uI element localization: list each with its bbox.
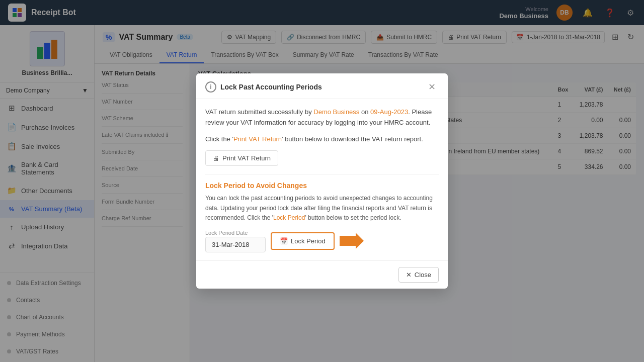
- modal-overlay: i Lock Past Accounting Periods ✕ VAT ret…: [0, 0, 644, 362]
- modal-header: i Lock Past Accounting Periods ✕: [196, 73, 448, 99]
- lock-date-container: Lock Period Date 31-Mar-2018: [205, 230, 266, 252]
- modal-close-footer-button[interactable]: ✕ Close: [398, 267, 439, 283]
- app-container: Receipt Bot Welcome Demo Business DB 🔔 ❓…: [0, 0, 644, 362]
- lock-period-button[interactable]: 📅 Lock Period: [271, 232, 335, 250]
- lock-period-modal: i Lock Past Accounting Periods ✕ VAT ret…: [196, 73, 448, 289]
- svg-marker-7: [340, 233, 364, 249]
- print-instruction-text: Click the 'Print VAT Return' button belo…: [205, 134, 439, 145]
- modal-body: VAT return submitted successfully by Dem…: [196, 99, 448, 260]
- lock-period-link[interactable]: Lock Period: [273, 214, 305, 221]
- arrow-indicator: [340, 233, 364, 249]
- lock-section-title: Lock Period to Avoid Changes: [205, 182, 439, 190]
- lock-description: You can lock the past accounting periods…: [205, 194, 439, 223]
- submitted-by-link[interactable]: Demo Business: [313, 108, 359, 116]
- print-btn-icon: 🖨: [213, 154, 219, 162]
- submitted-date-link[interactable]: 09-Aug-2023: [370, 108, 408, 116]
- lock-btn-icon: 📅: [280, 237, 288, 245]
- print-vat-return-link[interactable]: Print VAT Return: [233, 135, 282, 143]
- lock-period-date-value: 31-Mar-2018: [205, 237, 266, 252]
- lock-row: Lock Period Date 31-Mar-2018 📅 Lock Peri…: [205, 230, 439, 252]
- print-vat-return-button[interactable]: 🖨 Print VAT Return: [205, 150, 278, 166]
- submission-info-text: VAT return submitted successfully by Dem…: [205, 107, 439, 128]
- close-footer-icon: ✕: [406, 271, 412, 279]
- modal-title: i Lock Past Accounting Periods: [205, 81, 322, 93]
- modal-info-icon: i: [205, 81, 216, 93]
- modal-footer: ✕ Close: [196, 260, 448, 289]
- modal-close-button[interactable]: ✕: [425, 80, 439, 94]
